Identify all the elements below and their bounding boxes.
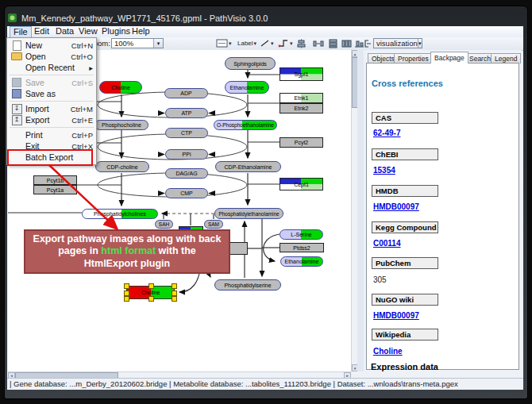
selection-handle[interactable]	[124, 283, 129, 289]
expression-data-heading: Expression data	[371, 362, 438, 371]
selection-handle[interactable]	[172, 296, 177, 302]
node-pcyt1a[interactable]: Pcyt1a	[33, 185, 77, 194]
selection-handle[interactable]	[172, 283, 177, 289]
callout-text: Export pathway images along with back pa…	[25, 233, 229, 271]
sidebar-bottom-strip	[364, 371, 522, 378]
align-center-button[interactable]	[296, 38, 306, 48]
selection-handle[interactable]	[148, 296, 154, 302]
xref-link-nugo[interactable]: HMDB00097	[373, 311, 419, 320]
menu-separator	[10, 75, 94, 75]
selection-handle[interactable]	[124, 296, 129, 302]
gene-datanode-button[interactable]: ▾	[216, 38, 232, 48]
node-sam[interactable]: SAM	[204, 220, 223, 229]
file-menu-import[interactable]: ↧ImportCtrl+M	[7, 103, 96, 114]
file-menu-export[interactable]: ↥ExportCtrl+E	[7, 114, 96, 125]
menu-separator	[10, 101, 94, 102]
canvas-horizontal-scrollbar[interactable]: ◂ ▸	[8, 371, 351, 378]
selection-handle[interactable]	[124, 290, 129, 296]
node-etnk2[interactable]: Etnk2	[279, 103, 323, 114]
chevron-down-icon: ▾	[229, 40, 232, 47]
panel-splitter[interactable]	[357, 50, 364, 371]
node-etnk1[interactable]: Etnk1	[279, 93, 323, 103]
menu-bar: File Edit Data View Plugins Help	[7, 26, 523, 38]
label-button-text: Label	[237, 40, 253, 47]
node-cdp-choline[interactable]: CDP-choline	[95, 161, 149, 172]
node-phosphatidylethanolamine[interactable]: Phosphatidylethanolamine	[214, 208, 283, 219]
node-phosphatidylserine[interactable]: Phosphatidylserine	[214, 279, 281, 290]
file-menu-exit[interactable]: ExitCtrl+X	[7, 140, 96, 152]
node-phosphocholine[interactable]: Phosphocholine	[94, 120, 148, 130]
node-ethanolamine-bottom[interactable]: Ethanolamine	[280, 256, 323, 267]
node-o-phosphoethanolamine[interactable]: O-Phosphoethanolamine	[214, 120, 277, 130]
node-choline-top[interactable]: Choline	[99, 81, 142, 94]
menu-help[interactable]: Help	[129, 26, 153, 37]
node-choline-selected[interactable]: Choline	[126, 286, 175, 299]
xref-link-hmdb[interactable]: HMDB00097	[373, 202, 419, 211]
zoom-combobox[interactable]: 100% ▾	[111, 38, 164, 48]
line-icon	[260, 39, 270, 48]
chevron-down-icon[interactable]: ▾	[418, 39, 422, 48]
distribute-icon	[313, 39, 324, 48]
node-l-serine[interactable]: L-Serine	[279, 229, 323, 240]
file-menu-open[interactable]: OpenCtrl+O	[7, 51, 96, 62]
node-ptdss2[interactable]: Ptdss2	[279, 243, 324, 252]
file-menu-open-recent[interactable]: Open Recent▸	[7, 62, 96, 73]
new-file-icon	[10, 40, 23, 51]
menu-file[interactable]: File	[10, 26, 32, 38]
chevron-down-icon[interactable]: ▾	[153, 39, 163, 48]
menu-separator	[10, 127, 94, 128]
xref-link-cas[interactable]: 62-49-7	[373, 129, 400, 137]
file-menu-print[interactable]: PrintCtrl+P	[7, 129, 96, 140]
xref-header-kegg: Kegg Compound	[372, 221, 438, 233]
node-sgpl1[interactable]: Sgpl1	[279, 67, 323, 81]
node-adp[interactable]: ADP	[164, 88, 208, 98]
node-ppi[interactable]: PPi	[165, 149, 208, 160]
xref-link-wikipedia[interactable]: Choline	[373, 347, 403, 356]
chevron-down-icon: ▾	[254, 40, 257, 47]
xref-link-kegg[interactable]: C00114	[373, 239, 400, 248]
file-menu-batch-export[interactable]: Batch Export	[7, 152, 96, 163]
title-bar: Mm_Kennedy_pathway_WP1771_45176.gpml - P…	[7, 10, 523, 26]
visualization-combobox[interactable]: visualization ▾	[373, 38, 422, 48]
export-icon: ↥	[10, 115, 23, 125]
label-datanode-button[interactable]: Label ▾	[237, 38, 256, 48]
xref-header-wikipedia: Wikipedia	[372, 329, 438, 341]
selection-handle[interactable]	[148, 283, 154, 289]
menu-view[interactable]: View	[75, 26, 101, 37]
xref-header-chebi: ChEBI	[372, 148, 438, 160]
node-pcyt2[interactable]: Pcyt2	[279, 137, 323, 148]
node-cept1[interactable]: Cept1	[279, 178, 323, 190]
stack-horizontal-button[interactable]	[328, 38, 338, 48]
file-menu-save[interactable]: SaveCtrl+S	[7, 77, 96, 88]
xref-link-chebi[interactable]: 15354	[373, 166, 395, 175]
menu-data[interactable]: Data	[52, 26, 77, 37]
save-as-disk-icon	[10, 89, 23, 98]
file-menu-save-as[interactable]: Save as	[7, 88, 96, 99]
node-cmp[interactable]: CMP	[165, 188, 208, 198]
save-disk-icon	[10, 78, 23, 87]
canvas-vertical-scrollbar[interactable]: ▴ ▾	[351, 50, 357, 371]
zoom-value: 100%	[114, 39, 133, 48]
screenshot: Mm_Kennedy_pathway_WP1771_45176.gpml - P…	[0, 0, 532, 404]
node-cdp-ethanolamine[interactable]: CDP-Ethanolamine	[215, 161, 281, 172]
to-front-button[interactable]	[364, 38, 372, 48]
node-phosphatidylcholines[interactable]: Phosphatidylcholines	[82, 209, 158, 219]
node-ctp[interactable]: CTP	[165, 128, 208, 138]
node-dag-ag[interactable]: DAG/AG	[165, 168, 208, 179]
node-pcyt1b[interactable]: Pcyt1b	[33, 175, 77, 185]
distribute-horizontal-button[interactable]	[313, 38, 324, 48]
tab-backpage[interactable]: Backpage	[430, 52, 468, 63]
menu-edit[interactable]: Edit	[31, 26, 52, 37]
node-sphingolipids[interactable]: Sphingolipids	[225, 57, 276, 70]
node-atp[interactable]: ATP	[165, 108, 208, 118]
node-ethanolamine-top[interactable]: Ethanolamine	[225, 81, 269, 94]
connector-icon	[278, 39, 289, 48]
selection-handle[interactable]	[172, 290, 177, 296]
node-sah[interactable]: SAH	[155, 220, 173, 229]
draw-line-button[interactable]: ▾	[260, 38, 274, 48]
draw-connector-button[interactable]: ▾	[278, 38, 293, 48]
stack-vertical-button[interactable]	[341, 38, 352, 48]
file-menu-new[interactable]: NewCtrl+N	[7, 40, 96, 51]
window-title: Mm_Kennedy_pathway_WP1771_45176.gpml - P…	[21, 13, 268, 23]
open-folder-icon	[10, 52, 23, 60]
